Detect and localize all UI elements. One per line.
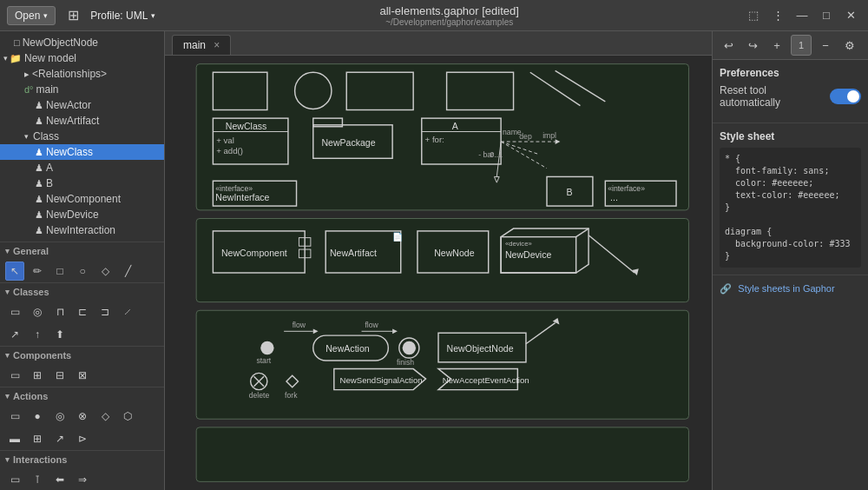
tree-item-main[interactable]: d° main (0, 82, 164, 97)
minus-button[interactable]: − (815, 35, 836, 56)
section-arrow-icon: ▾ (5, 351, 10, 360)
interact1-tool[interactable]: ▭ (5, 470, 24, 489)
close-icon[interactable]: ✕ (840, 5, 861, 26)
artifact-icon: ♟ (35, 116, 43, 127)
aggr-tool[interactable]: ↑ (28, 325, 47, 344)
svg-text:...: ... (610, 192, 618, 202)
general-header[interactable]: ▾ General (0, 242, 164, 260)
link-icon: 🔗 (720, 283, 732, 294)
components-header[interactable]: ▾ Components (0, 347, 164, 364)
reset-tool-label: Reset tool automatically (720, 84, 830, 109)
assoc-tool[interactable]: ↗ (5, 325, 24, 344)
comp4-tool[interactable]: ⊠ (73, 366, 92, 385)
tree-item-newinteraction[interactable]: ♟ NewInteraction (0, 222, 164, 238)
open-button[interactable]: Open ▾ (7, 6, 56, 25)
action2-tool[interactable]: ● (28, 407, 47, 426)
comp1-tool[interactable]: ▭ (5, 366, 24, 385)
window-title: all-elements.gaphor [edited] (379, 4, 518, 17)
interact3-tool[interactable]: ⬅ (50, 470, 69, 489)
right-toolbar: ↩ ↪ + 1 − ⚙ (713, 31, 868, 60)
svg-point-62 (260, 341, 273, 354)
circle-tool[interactable]: ○ (73, 262, 92, 281)
pointer-tool[interactable]: ↖ (5, 262, 24, 281)
maximize-icon[interactable]: □ (816, 5, 837, 26)
interact4-tool[interactable]: ⇒ (73, 470, 92, 489)
general-section: ▾ General ↖ ✏ □ ○ ◇ ╱ (0, 242, 164, 283)
svg-text:0..1: 0..1 (490, 150, 503, 159)
tree-item-class-folder[interactable]: ▾ Class (0, 129, 164, 144)
enum-tool[interactable]: ⊐ (95, 302, 115, 321)
actions-header[interactable]: ▾ Actions (0, 387, 164, 405)
add-button[interactable]: + (766, 35, 787, 56)
tab-main[interactable]: main × (172, 35, 231, 55)
comp3-tool[interactable]: ⊟ (50, 366, 69, 385)
interaction-icon: ♟ (35, 225, 43, 236)
action4-tool[interactable]: ⊗ (73, 407, 92, 426)
interact2-tool[interactable]: ⊺ (28, 470, 47, 489)
class-tool[interactable]: ▭ (5, 302, 24, 321)
section-arrow-icon: ▾ (5, 288, 10, 296)
actor-icon: ♟ (35, 100, 43, 111)
tab-close-icon[interactable]: × (214, 39, 220, 51)
package-tool[interactable]: ⊓ (50, 302, 69, 321)
device-icon: ♟ (35, 209, 43, 221)
panel-toggle-icon[interactable]: ⬚ (743, 5, 764, 26)
right-panel: ↩ ↪ + 1 − ⚙ Preferences Reset tool autom… (712, 31, 868, 490)
interactions-section: ▾ Interactions ▭ ⊺ ⬅ ⇒ (0, 451, 164, 490)
tree-item-b[interactable]: ♟ B (0, 175, 164, 191)
interactions-tools-row: ▭ ⊺ ⬅ ⇒ (0, 468, 164, 490)
diamond-tool[interactable]: ◇ (95, 262, 115, 281)
comp2-tool[interactable]: ⊞ (28, 366, 47, 385)
one-button[interactable]: 1 (791, 35, 812, 56)
action6-tool[interactable]: ⬡ (118, 407, 137, 426)
rect-tool[interactable]: □ (50, 262, 69, 281)
undo-button[interactable]: ↩ (718, 35, 739, 56)
profile-button[interactable]: Profile: UML ▾ (90, 10, 155, 22)
more-options-icon[interactable]: ⋮ (767, 5, 788, 26)
stylesheet-code[interactable]: * { font-family: sans; color: #eeeeee; t… (720, 148, 861, 268)
interactions-header[interactable]: ▾ Interactions (0, 451, 164, 468)
action7-tool[interactable]: ▬ (5, 429, 24, 448)
main-content: □ NewObjectNode ▾ 📁 New model ▸ <Relatio… (0, 31, 868, 490)
tree-item-a[interactable]: ♟ A (0, 160, 164, 175)
section-arrow-icon: ▾ (5, 455, 10, 464)
section-arrow-icon: ▾ (5, 392, 10, 401)
canvas-content[interactable]: NewClass + val + add() NewPackage A + fo… (165, 56, 712, 490)
tree-item-newobjectnode[interactable]: □ NewObjectNode (0, 35, 164, 50)
comp-tool[interactable]: ⬆ (50, 325, 69, 344)
redo-button[interactable]: ↪ (742, 35, 763, 56)
tree-item-relationships[interactable]: ▸ <Relationships> (0, 66, 164, 82)
open-chevron-icon: ▾ (43, 11, 48, 20)
interface-tool[interactable]: ◎ (28, 302, 47, 321)
action5-tool[interactable]: ◇ (95, 407, 115, 426)
canvas-area: main × NewClass + val + (165, 31, 712, 490)
reset-tool-toggle[interactable] (830, 89, 861, 104)
tree-item-newactor[interactable]: ♟ NewActor (0, 97, 164, 113)
datatype-tool[interactable]: ⟋ (118, 302, 137, 321)
link-row: 🔗 Style sheets in Gaphor (713, 275, 868, 301)
profile-tool[interactable]: ⊏ (73, 302, 92, 321)
stylesheet-link[interactable]: Style sheets in Gaphor (738, 283, 834, 294)
components-label: Components (13, 350, 71, 361)
tree-item-newdevice[interactable]: ♟ NewDevice (0, 207, 164, 222)
tree-item-newcomponent[interactable]: ♟ NewComponent (0, 191, 164, 207)
tree-item-newmodel[interactable]: ▾ 📁 New model (0, 50, 164, 66)
settings-button[interactable]: ⚙ (839, 35, 860, 56)
action1-tool[interactable]: ▭ (5, 407, 24, 426)
tree-item-newartifact[interactable]: ♟ NewArtifact (0, 113, 164, 129)
tree-item-newclass[interactable]: ♟ NewClass (0, 144, 164, 160)
general-tools-row: ↖ ✏ □ ○ ◇ ╱ (0, 260, 164, 282)
layout-icon-btn[interactable]: ⊞ (62, 5, 83, 26)
classes-header[interactable]: ▾ Classes (0, 283, 164, 301)
svg-text:flow: flow (365, 321, 378, 329)
action8-tool[interactable]: ⊞ (28, 429, 47, 448)
action3-tool[interactable]: ◎ (50, 407, 69, 426)
minimize-icon[interactable]: — (792, 5, 812, 26)
svg-text:NewAction: NewAction (326, 343, 370, 354)
class-icon: ♟ (35, 147, 43, 158)
line-tool[interactable]: ╱ (118, 262, 137, 281)
action9-tool[interactable]: ↗ (50, 429, 69, 448)
svg-text:delete: delete (249, 391, 270, 400)
action10-tool[interactable]: ⊳ (73, 429, 92, 448)
pencil-tool[interactable]: ✏ (28, 262, 47, 281)
